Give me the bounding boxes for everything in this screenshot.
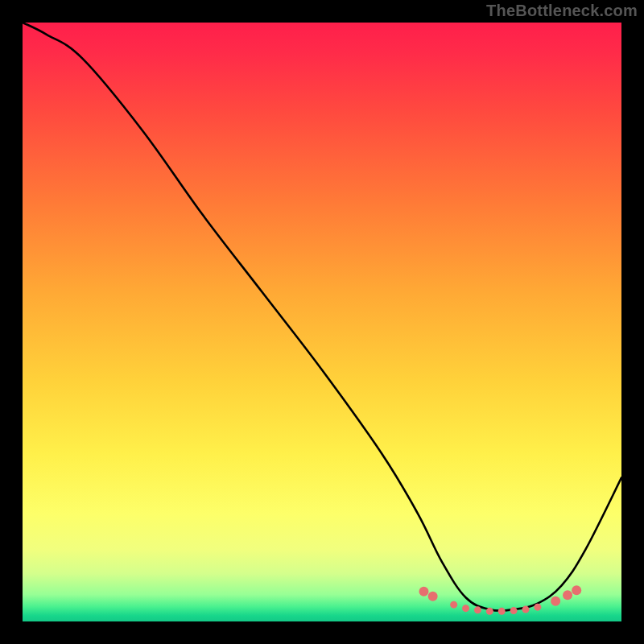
valley-dot (522, 606, 529, 613)
valley-dots (23, 23, 621, 621)
valley-dot (510, 607, 518, 614)
valley-dot (486, 608, 493, 615)
valley-dot (551, 597, 560, 606)
valley-dot (428, 592, 438, 601)
valley-dot (498, 608, 506, 615)
plot-area (23, 23, 621, 621)
valley-dot (419, 587, 428, 597)
valley-dot (450, 601, 457, 609)
valley-dot (462, 605, 469, 612)
watermark-text: TheBottleneck.com (486, 2, 638, 20)
chart-root: TheBottleneck.com (0, 0, 644, 644)
valley-dot (534, 604, 541, 611)
valley-dot (474, 606, 481, 613)
valley-dot (572, 585, 581, 595)
valley-dot (563, 590, 572, 600)
